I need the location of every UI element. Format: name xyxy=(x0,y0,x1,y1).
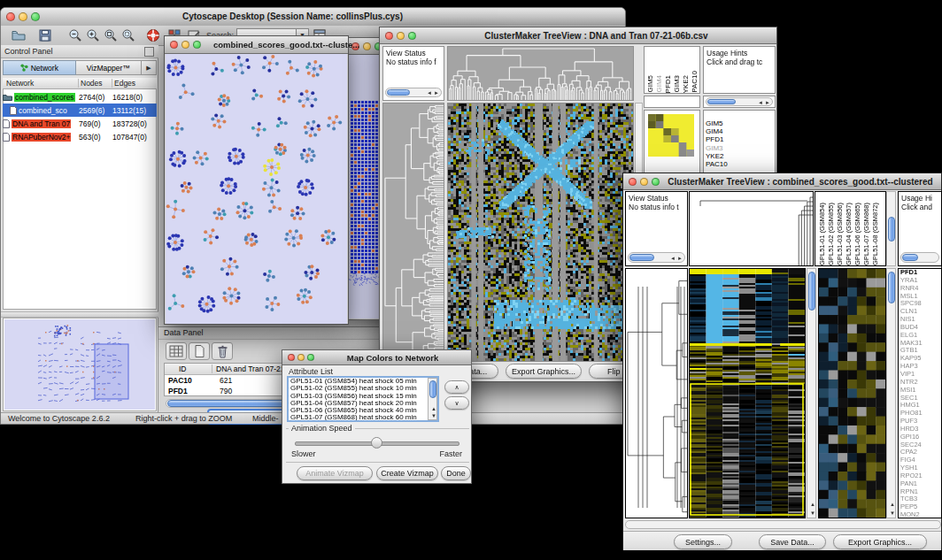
minimize-icon[interactable] xyxy=(363,42,371,50)
heatmap-vscrollbar[interactable]: ▲ ▼ xyxy=(807,268,816,518)
column-dendrogram-canvas[interactable] xyxy=(448,47,633,100)
animation-speed-label: Animation Speed xyxy=(289,424,355,433)
tab-more-button[interactable]: ▶ xyxy=(142,60,157,75)
zoom-window-icon[interactable] xyxy=(307,354,314,361)
usage-hscrollbar[interactable]: ◄ ► xyxy=(706,97,773,106)
scrollbar-thumb[interactable] xyxy=(808,272,815,311)
save-icon[interactable] xyxy=(38,28,52,42)
speed-slider-thumb[interactable] xyxy=(371,437,382,449)
network-row-combined-sco[interactable]: combined_sco 2569(6) 13112(15) xyxy=(3,104,157,117)
open-file-icon[interactable] xyxy=(12,28,26,42)
scroll-right-icon[interactable]: ► xyxy=(677,256,683,261)
column-dendrogram-canvas[interactable] xyxy=(690,192,813,265)
float-panel-icon[interactable] xyxy=(144,47,154,57)
minimize-icon[interactable] xyxy=(297,354,305,361)
network-overview-canvas[interactable] xyxy=(4,319,155,410)
scroll-up-icon[interactable]: ▲ xyxy=(810,502,815,507)
col-header-nodes[interactable]: Nodes xyxy=(79,79,112,88)
row-dendrogram-panel xyxy=(625,268,688,518)
trash-icon[interactable] xyxy=(212,342,233,360)
zoom-detail-canvas[interactable] xyxy=(819,269,885,518)
zoom-window-icon[interactable] xyxy=(31,12,40,21)
scroll-down-icon[interactable]: ▼ xyxy=(810,510,815,516)
zoom-window-icon[interactable] xyxy=(408,32,416,40)
zoom-fit-icon[interactable] xyxy=(104,28,118,42)
zoom-window-icon[interactable] xyxy=(652,178,660,186)
heatmap-canvas[interactable] xyxy=(448,104,633,361)
tab-vizmapper[interactable]: VizMapper™ xyxy=(76,60,142,75)
move-down-button[interactable]: ∨ xyxy=(444,396,469,410)
close-icon[interactable] xyxy=(385,32,393,40)
close-icon[interactable] xyxy=(629,178,637,186)
minimize-icon[interactable] xyxy=(181,41,189,49)
panel-divider[interactable] xyxy=(1,311,158,318)
minimize-icon[interactable] xyxy=(640,178,648,186)
column-label: GPL51-06 (GSM865) xyxy=(853,203,862,265)
animate-vizmap-button[interactable]: Animate Vizmap xyxy=(297,466,373,480)
row-dendrogram-canvas[interactable] xyxy=(626,269,687,518)
move-up-button[interactable]: ∧ xyxy=(444,380,469,394)
zoom-in-icon[interactable] xyxy=(86,28,100,42)
id-column-header[interactable]: ID xyxy=(165,364,212,373)
export-graphics-button[interactable]: Export Graphics... xyxy=(833,534,927,549)
minimize-icon[interactable] xyxy=(19,12,27,21)
settings-button[interactable]: Settings... xyxy=(674,534,732,549)
scrollbar-thumb[interactable] xyxy=(629,254,654,261)
scrollbar-thumb[interactable] xyxy=(888,217,895,242)
tab-network[interactable]: Network xyxy=(3,60,76,75)
done-button[interactable]: Done xyxy=(441,466,471,480)
scroll-down-icon[interactable]: ▼ xyxy=(431,413,436,418)
scrollbar-thumb[interactable] xyxy=(888,272,895,303)
close-icon[interactable] xyxy=(170,41,178,49)
new-document-icon[interactable] xyxy=(189,342,210,360)
treeview2-titlebar[interactable]: ClusterMaker TreeView : combined_scores_… xyxy=(623,173,941,190)
scroll-right-icon[interactable]: ► xyxy=(434,90,439,96)
network-row-combined-scores[interactable]: combined_scores 2764(0) 16218(0) xyxy=(3,90,157,104)
col-header-edges[interactable]: Edges xyxy=(112,79,157,88)
scroll-right-icon[interactable]: ► xyxy=(765,100,770,105)
window-controls[interactable] xyxy=(6,12,40,21)
labels-vscrollbar[interactable] xyxy=(886,191,896,266)
export-graphics-button[interactable]: Export Graphics... xyxy=(506,364,582,379)
close-icon[interactable] xyxy=(6,12,15,21)
heatmap-canvas[interactable] xyxy=(690,269,805,518)
zoom-selected-icon[interactable] xyxy=(121,28,135,42)
network-view-canvas[interactable] xyxy=(166,54,347,324)
row-dendrogram-canvas[interactable] xyxy=(383,104,444,361)
col-header-network[interactable]: Network xyxy=(3,79,79,88)
table-grid-icon[interactable] xyxy=(166,342,187,360)
network-row-dna-tran[interactable]: DNA and Tran 07 769(0) 183728(0) xyxy=(3,117,157,130)
scrollbar-thumb[interactable] xyxy=(707,99,736,104)
scrollbar-thumb[interactable] xyxy=(429,380,436,398)
help-lifering-icon[interactable] xyxy=(146,28,160,42)
scrollbar-thumb[interactable] xyxy=(902,254,918,261)
status-hscrollbar[interactable]: ◄ ► xyxy=(385,88,442,97)
network-row-rnapuber[interactable]: RNAPuberNov2+ 563(0) 107847(0) xyxy=(3,130,157,143)
minimize-icon[interactable] xyxy=(397,32,405,40)
scroll-up-icon[interactable]: ▲ xyxy=(890,502,895,507)
save-data-button[interactable]: Save Data... xyxy=(759,534,826,549)
zoom-vscrollbar[interactable]: ▲ ▼ xyxy=(886,268,896,518)
summary-matrix-canvas[interactable] xyxy=(648,114,694,157)
main-titlebar[interactable]: Cytoscape Desktop (Session Name: collins… xyxy=(1,8,625,27)
close-icon[interactable] xyxy=(288,354,295,361)
scroll-left-icon[interactable]: ◄ xyxy=(758,100,763,105)
zoom-out-icon[interactable] xyxy=(68,28,82,42)
dialog-titlebar[interactable]: Map Colors to Network xyxy=(282,350,471,365)
list-vscrollbar[interactable]: ▲ ▼ xyxy=(428,378,437,420)
create-vizmap-button[interactable]: Create Vizmap xyxy=(376,466,438,480)
treeview1-titlebar[interactable]: ClusterMaker TreeView : DNA and Tran 07-… xyxy=(380,27,776,44)
slower-label: Slower xyxy=(291,449,316,458)
network-view-titlebar[interactable]: combined_scores_good.txt--cluste... xyxy=(165,36,348,54)
scroll-left-icon[interactable]: ◄ xyxy=(427,90,432,96)
scroll-up-icon[interactable]: ▲ xyxy=(431,406,436,411)
scrollbar-thumb[interactable] xyxy=(387,89,410,96)
status-hscrollbar[interactable]: ◄ ► xyxy=(628,252,685,263)
scroll-left-icon[interactable]: ◄ xyxy=(670,256,676,261)
scroll-down-icon[interactable]: ▼ xyxy=(890,510,895,516)
attribute-listbox[interactable]: GPL51-01 (GSM854) heat shock 05 minGPL51… xyxy=(287,376,439,422)
zoom-window-icon[interactable] xyxy=(193,41,201,49)
usage-hscrollbar[interactable] xyxy=(900,252,939,263)
bottom-hscrollbar[interactable] xyxy=(625,520,941,529)
network-table-header[interactable]: Network Nodes Edges xyxy=(3,78,157,89)
